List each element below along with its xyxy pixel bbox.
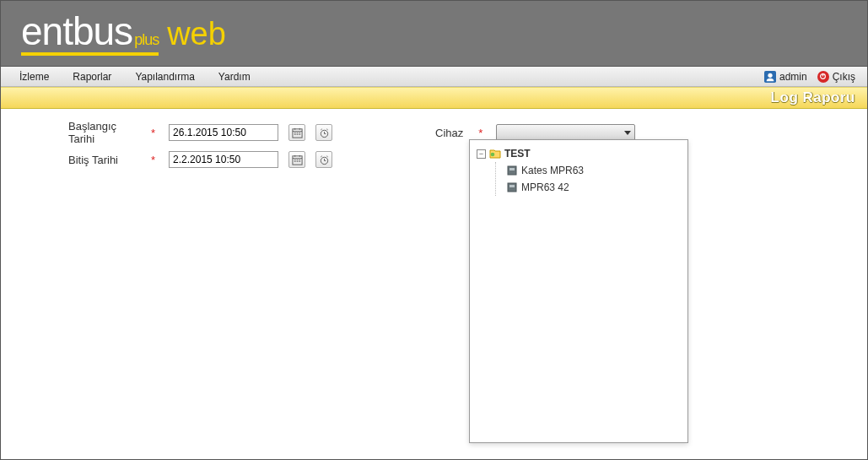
folder-icon: [489, 148, 501, 160]
end-date-time-button[interactable]: [315, 151, 332, 168]
tree-children: Kates MPR63 MPR63 42: [495, 162, 684, 196]
power-icon: [817, 71, 829, 83]
page-title-ribbon: Log Raporu: [1, 87, 867, 109]
user-name: admin: [779, 71, 807, 83]
menu-bar: İzleme Raporlar Yapılandırma Yardım admi…: [1, 67, 867, 87]
tree-root-node[interactable]: − TEST: [473, 145, 684, 162]
user-icon: [764, 71, 776, 83]
device-tree-panel: − TEST Kates MPR63 MPR63 42: [469, 139, 688, 443]
svg-line-33: [326, 155, 327, 156]
start-date-input[interactable]: [169, 124, 278, 141]
svg-line-32: [321, 155, 321, 156]
menu-reports[interactable]: Raporlar: [61, 67, 123, 86]
start-date-label: Başlangıç Tarihi: [18, 120, 136, 145]
tree-leaf-0[interactable]: Kates MPR63: [503, 162, 684, 179]
brand-lockup: entbusplus web: [21, 12, 226, 56]
device-icon: [506, 181, 518, 193]
svg-rect-4: [292, 128, 301, 137]
svg-line-18: [326, 128, 327, 129]
calendar-icon: [292, 154, 303, 165]
tree-leaf-1[interactable]: MPR63 42: [503, 179, 684, 196]
device-dropdown[interactable]: [496, 124, 635, 141]
tree-collapse-icon[interactable]: −: [477, 149, 486, 159]
content-area: Başlangıç Tarihi * Cihaz * Bitiş Tarihi …: [1, 109, 867, 459]
menu-monitoring[interactable]: İzleme: [8, 67, 61, 86]
tree-leaf-0-label: Kates MPR63: [521, 165, 584, 176]
svg-point-34: [491, 153, 495, 157]
brand-main-text: entbus: [21, 12, 132, 51]
tree-leaf-1-label: MPR63 42: [521, 181, 569, 193]
row-end-date: Bitiş Tarihi *: [18, 148, 850, 171]
chevron-down-icon: [624, 131, 631, 135]
end-date-required: *: [151, 154, 155, 166]
tree-root-label: TEST: [504, 148, 531, 160]
menu-configuration[interactable]: Yapılandırma: [123, 67, 206, 86]
svg-rect-19: [292, 155, 301, 164]
brand-main: entbusplus: [21, 12, 159, 56]
end-date-input[interactable]: [169, 151, 278, 168]
svg-rect-38: [509, 185, 515, 187]
logout-block[interactable]: Çıkış: [812, 71, 860, 83]
start-date-calendar-button[interactable]: [288, 124, 305, 141]
app-root: entbusplus web İzleme Raporlar Yapılandı…: [0, 0, 868, 460]
page-title: Log Raporu: [771, 89, 855, 106]
end-date-label: Bitiş Tarihi: [18, 154, 136, 166]
menu-monitoring-label: İzleme: [19, 71, 49, 83]
device-required: *: [478, 127, 483, 139]
device-label: Cihaz: [435, 127, 463, 139]
brand-secondary: web: [167, 16, 226, 52]
brand-suffix: plus: [134, 32, 159, 47]
brand-bar: entbusplus web: [1, 1, 867, 67]
start-date-time-button[interactable]: [315, 124, 332, 141]
logout-label: Çıkış: [833, 71, 855, 83]
menu-configuration-label: Yapılandırma: [135, 71, 194, 83]
user-block[interactable]: admin: [759, 71, 812, 83]
menu-help[interactable]: Yardım: [207, 67, 262, 86]
clock-icon: [319, 127, 330, 138]
clock-icon: [319, 154, 330, 165]
calendar-icon: [292, 127, 303, 138]
end-date-calendar-button[interactable]: [288, 151, 305, 168]
svg-line-17: [321, 128, 321, 129]
menu-reports-label: Raporlar: [73, 71, 111, 83]
svg-point-1: [768, 73, 772, 77]
device-icon: [506, 165, 518, 176]
row-start-date: Başlangıç Tarihi * Cihaz *: [18, 121, 850, 144]
svg-rect-36: [509, 168, 515, 170]
start-date-required: *: [151, 127, 155, 139]
menu-help-label: Yardım: [218, 71, 251, 83]
